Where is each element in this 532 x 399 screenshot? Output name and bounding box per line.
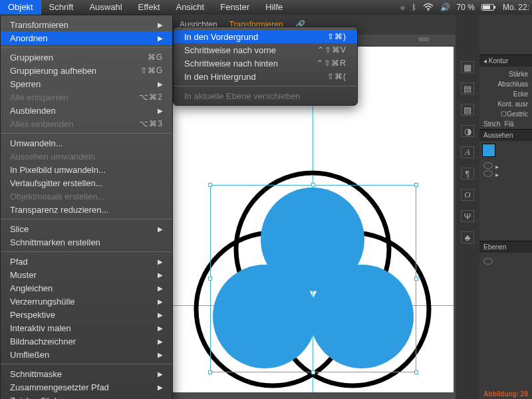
eye-icon[interactable] — [483, 162, 493, 169]
menu-effekt[interactable]: Effekt — [130, 0, 168, 15]
menu-hilfe[interactable]: Hilfe — [257, 0, 291, 15]
anordnen-submenu: In den Vordergrund⇧⌘)Schrittweise nach v… — [173, 27, 358, 106]
menu-item-alles-einblenden: Alles einblenden⌥⌘3 — [1, 117, 172, 130]
swatches-icon[interactable]: ▤ — [461, 82, 474, 94]
selection-bounds[interactable] — [210, 185, 416, 372]
fill-swatch[interactable] — [482, 144, 495, 157]
menu-item-ausblenden[interactable]: Ausblenden▶ — [1, 104, 172, 117]
objekt-menu: Transformieren▶Anordnen▶Gruppieren⌘GGrup… — [0, 15, 173, 399]
panel-ebenen-title[interactable]: Ebenen — [479, 241, 532, 253]
gestrichelt-check[interactable]: ☐ Gestric — [479, 109, 532, 119]
symbols-icon[interactable]: ◑ — [461, 125, 474, 137]
grid-icon[interactable]: ▦ — [461, 61, 474, 73]
menu-item-alle-entsperren: Alle entsperren⌥⌘2 — [1, 90, 172, 104]
submenu-item-schrittweise-nach-hinten[interactable]: Schrittweise nach hinten⌃⇧⌘R — [174, 57, 357, 70]
menu-schrift[interactable]: Schrift — [41, 0, 82, 15]
eye-icon[interactable] — [483, 170, 493, 177]
menu-item-sperren[interactable]: Sperren▶ — [1, 77, 172, 90]
menu-item-objektmosaik-erstellen-: Objektmosaik erstellen... — [1, 190, 172, 203]
handle-mr[interactable] — [414, 277, 418, 281]
menu-item-zeichenfl-chen[interactable]: Zeichenflächen▶ — [1, 394, 172, 399]
handle-tc[interactable] — [311, 183, 315, 187]
kontur-row-0: Stärke — [479, 69, 532, 79]
menu-item-schnittmaske[interactable]: Schnittmaske▶ — [1, 367, 172, 380]
menu-item-anordnen[interactable]: Anordnen▶ — [1, 31, 172, 45]
type-icon[interactable]: A — [461, 146, 474, 158]
svg-rect-3 — [494, 6, 495, 9]
menubar-status: ⟐ ᛒ 🔊 70 % Mo. 22: — [400, 0, 529, 15]
handle-ml[interactable] — [208, 277, 212, 281]
menu-item-pfad[interactable]: Pfad▶ — [1, 255, 172, 268]
handle-br[interactable] — [414, 370, 418, 374]
kontur-row-3: Kont. ausr — [479, 99, 532, 109]
wifi-icon[interactable] — [423, 3, 434, 11]
brushes-icon[interactable]: ▧ — [461, 104, 474, 116]
menu-item-in-pixelbild-umwandeln-[interactable]: In Pixelbild umwandeln... — [1, 163, 172, 176]
trident-icon[interactable]: Ψ — [461, 210, 474, 222]
dropbox-icon[interactable]: ⟐ — [400, 3, 405, 12]
menu-objekt[interactable]: Objekt — [0, 0, 41, 15]
menu-item-bildnachzeichner[interactable]: Bildnachzeichner▶ — [1, 334, 172, 348]
menu-auswahl[interactable]: Auswahl — [81, 0, 130, 15]
menu-item-transparenz-reduzieren-[interactable]: Transparenz reduzieren... — [1, 203, 172, 216]
svg-point-0 — [428, 10, 429, 11]
submenu-item-in-aktuelle-ebene-verschieben: In aktuelle Ebene verschieben — [174, 89, 357, 102]
opentype-icon[interactable]: O — [461, 189, 474, 201]
clock[interactable]: Mo. 22: — [503, 3, 529, 12]
menu-item-transformieren[interactable]: Transformieren▶ — [1, 18, 172, 31]
layer-row[interactable] — [479, 255, 532, 269]
menu-item-aussehen-umwandeln: Aussehen umwandeln — [1, 150, 172, 163]
kontur-row-2: Ecke — [479, 89, 532, 99]
fla-label: Flä — [505, 120, 514, 128]
svg-rect-2 — [483, 5, 490, 9]
system-menubar: Objekt Schrift Auswahl Effekt Ansicht Fe… — [0, 0, 532, 15]
handle-bc[interactable] — [311, 370, 315, 374]
panel-kontur-title[interactable]: ◂ Kontur — [479, 55, 532, 66]
ruler-mark: 600 — [419, 36, 429, 43]
menu-item-gruppieren[interactable]: Gruppieren⌘G — [1, 51, 172, 64]
menu-item-schnittmarken-erstellen[interactable]: Schnittmarken erstellen — [1, 235, 172, 249]
battery-percent: 70 % — [457, 3, 475, 12]
panel-stack: ◂ Kontur Stärke Abschluss Ecke Kont. aus… — [479, 15, 532, 399]
submenu-item-schrittweise-nach-vorne[interactable]: Schrittweise nach vorne⌃⇧⌘V — [174, 43, 357, 57]
menu-item-gruppierung-aufheben[interactable]: Gruppierung aufheben⇧⌘G — [1, 64, 172, 77]
strich-row: Strich Flä — [479, 119, 532, 129]
submenu-item-in-den-vordergrund[interactable]: In den Vordergrund⇧⌘) — [174, 30, 357, 43]
menu-item-verlaufsgitter-erstellen-[interactable]: Verlaufsgitter erstellen... — [1, 176, 172, 190]
club-icon[interactable]: ♣ — [461, 231, 474, 243]
bluetooth-icon[interactable]: ᛒ — [412, 3, 416, 12]
kontur-row-1: Abschluss — [479, 79, 532, 89]
appearance-rows: ▸ ▸ — [479, 160, 532, 181]
submenu-item-in-den-hintergrund[interactable]: In den Hintergrund⇧⌘( — [174, 70, 357, 83]
menu-item-umflie-en[interactable]: Umfließen▶ — [1, 348, 172, 361]
menu-item-slice[interactable]: Slice▶ — [1, 222, 172, 235]
menu-item-muster[interactable]: Muster▶ — [1, 268, 172, 281]
menu-item-umwandeln-[interactable]: Umwandeln... — [1, 136, 172, 150]
figure-caption: Abbildung: 28 — [483, 390, 528, 398]
menu-item-interaktiv-malen[interactable]: Interaktiv malen▶ — [1, 321, 172, 334]
volume-icon[interactable]: 🔊 — [440, 3, 450, 12]
handle-tl[interactable] — [208, 183, 212, 187]
menu-item-zusammengesetzter-pfad[interactable]: Zusammengesetzter Pfad▶ — [1, 380, 172, 394]
panel-aussehen-title[interactable]: Aussehen — [479, 129, 532, 141]
handle-bl[interactable] — [208, 370, 212, 374]
menu-item-perspektive[interactable]: Perspektive▶ — [1, 308, 172, 321]
panel-icon-strip: ▦ ▤ ▧ ◑ A ¶ O Ψ ♣ — [456, 15, 479, 399]
eye-icon[interactable] — [483, 258, 493, 265]
battery-icon[interactable] — [481, 3, 496, 11]
right-panels: ▦ ▤ ▧ ◑ A ¶ O Ψ ♣ ◂ Kontur Stärke Abschl… — [456, 15, 532, 399]
menu-item-verzerrungsh-lle[interactable]: Verzerrungshülle▶ — [1, 295, 172, 308]
menu-item-angleichen[interactable]: Angleichen▶ — [1, 281, 172, 295]
menu-fenster[interactable]: Fenster — [212, 0, 257, 15]
strich-label: Strich — [483, 120, 501, 128]
menu-ansicht[interactable]: Ansicht — [168, 0, 213, 15]
handle-tr[interactable] — [414, 183, 418, 187]
paragraph-icon[interactable]: ¶ — [461, 168, 474, 180]
